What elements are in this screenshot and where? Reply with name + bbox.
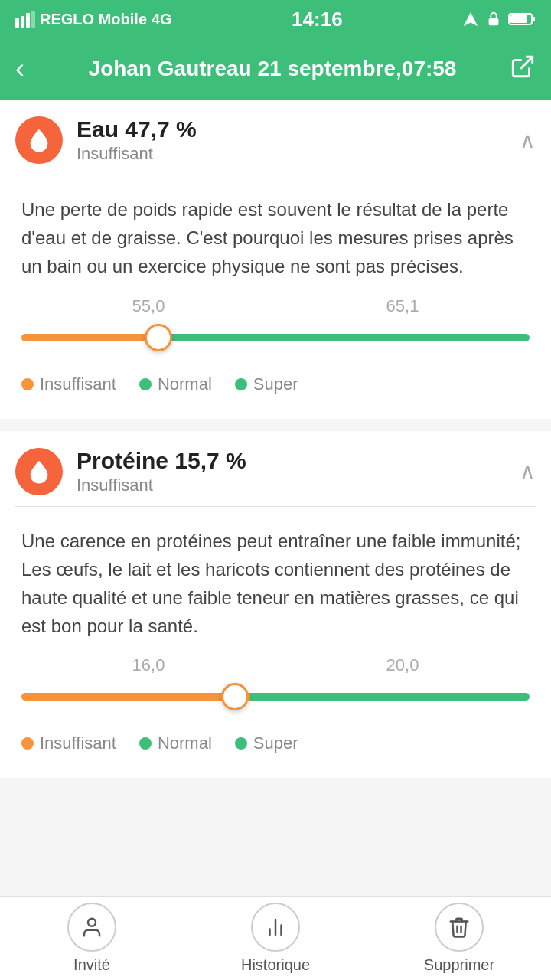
- eau-status: Insuffisant: [77, 144, 520, 164]
- nav-historique[interactable]: Historique: [184, 903, 367, 974]
- svg-rect-2: [26, 13, 30, 28]
- battery-icon: [508, 11, 536, 27]
- proteine-chevron[interactable]: ∧: [520, 459, 536, 484]
- proteine-info: Protéine 15,7 % Insuffisant: [77, 448, 520, 495]
- svg-rect-1: [21, 16, 24, 28]
- nav-invite[interactable]: Invité: [0, 903, 184, 974]
- super-dot: [235, 378, 247, 390]
- proteine-icon: [15, 448, 63, 495]
- status-time: 14:16: [292, 8, 343, 31]
- proteine-slider-track: [21, 693, 530, 701]
- eau-header: Eau 47,7 % Insuffisant ∧: [0, 100, 551, 175]
- svg-rect-7: [510, 15, 527, 23]
- proteine-super-dot: [235, 737, 247, 750]
- back-button[interactable]: ‹: [15, 53, 24, 85]
- eau-slider-track: [21, 334, 530, 341]
- status-bar: REGLO Mobile 4G 14:16: [0, 0, 551, 38]
- svg-rect-6: [532, 17, 535, 21]
- content-area: Eau 47,7 % Insuffisant ∧ Une perte de po…: [0, 100, 551, 896]
- proteine-slider-labels: 16,0 20,0: [21, 655, 530, 680]
- proteine-slider-section: 16,0 20,0 Insuffisant Normal: [0, 655, 551, 778]
- eau-title: Eau 47,7 %: [77, 116, 520, 142]
- proteine-legend-insuffisant: Insuffisant: [21, 733, 116, 753]
- header-title: Johan Gautreau 21 septembre,07:58: [35, 57, 510, 81]
- eau-slider-labels: 55,0 65,1: [21, 296, 530, 321]
- chart-icon: [264, 916, 287, 939]
- proteine-legend-super: Super: [235, 733, 298, 753]
- proteine-slider-track-container[interactable]: [21, 680, 530, 714]
- water-drop-icon: [26, 127, 52, 153]
- proteine-label2: 20,0: [386, 655, 419, 675]
- proteine-card: Protéine 15,7 % Insuffisant ∧ Une carenc…: [0, 431, 551, 779]
- eau-label1: 55,0: [132, 296, 165, 316]
- proteine-normal-label: Normal: [158, 733, 212, 753]
- trash-icon: [448, 916, 471, 939]
- eau-card: Eau 47,7 % Insuffisant ∧ Une perte de po…: [0, 100, 551, 419]
- bottom-spacer: [0, 790, 551, 882]
- person-icon: [80, 916, 103, 939]
- normal-dot: [139, 378, 152, 390]
- eau-legend-insuffisant: Insuffisant: [21, 374, 116, 394]
- insuffisant-label: Insuffisant: [40, 374, 116, 394]
- export-button[interactable]: [510, 54, 536, 85]
- proteine-title: Protéine 15,7 %: [77, 448, 520, 474]
- eau-legend-normal: Normal: [139, 374, 212, 394]
- location-icon: [462, 11, 479, 28]
- proteine-slider-thumb[interactable]: [221, 683, 249, 710]
- lock-icon: [485, 11, 502, 28]
- proteine-track-green: [250, 693, 530, 701]
- proteine-track-orange: [21, 693, 250, 701]
- eau-label2: 65,1: [386, 296, 419, 316]
- insuffisant-dot: [21, 378, 34, 390]
- protein-drop-icon: [26, 459, 52, 485]
- eau-info: Eau 47,7 % Insuffisant: [77, 116, 520, 164]
- svg-line-8: [520, 57, 533, 69]
- proteine-description: Une carence en protéines peut entraîner …: [0, 507, 551, 656]
- invite-icon-circle: [67, 903, 116, 952]
- eau-legend: Insuffisant Normal Super: [21, 367, 530, 411]
- proteine-insuffisant-label: Insuffisant: [40, 733, 116, 753]
- eau-chevron[interactable]: ∧: [520, 128, 536, 153]
- svg-rect-0: [15, 18, 19, 28]
- export-icon: [510, 54, 536, 80]
- svg-rect-3: [31, 11, 35, 28]
- historique-icon-circle: [251, 903, 300, 952]
- proteine-legend-normal: Normal: [139, 733, 212, 753]
- proteine-status: Insuffisant: [77, 475, 520, 495]
- status-carrier: REGLO Mobile 4G: [15, 11, 172, 28]
- eau-slider-track-container[interactable]: [21, 321, 530, 354]
- proteine-super-label: Super: [253, 733, 298, 753]
- supprimer-label: Supprimer: [424, 956, 494, 974]
- proteine-label1: 16,0: [132, 655, 165, 675]
- nav-supprimer[interactable]: Supprimer: [367, 903, 551, 974]
- invite-label: Invité: [73, 956, 110, 974]
- super-label: Super: [253, 374, 298, 394]
- supprimer-icon-circle: [435, 903, 484, 952]
- eau-track-green: [171, 334, 530, 341]
- eau-description: Une perte de poids rapide est souvent le…: [0, 175, 551, 296]
- proteine-normal-dot: [139, 737, 152, 750]
- status-icons: [462, 11, 536, 28]
- header: ‹ Johan Gautreau 21 septembre,07:58: [0, 38, 551, 100]
- normal-label: Normal: [158, 374, 212, 394]
- proteine-header: Protéine 15,7 % Insuffisant ∧: [0, 431, 551, 506]
- svg-rect-4: [489, 18, 499, 25]
- svg-point-9: [88, 919, 96, 926]
- bottom-nav: Invité Historique Supprimer: [0, 896, 551, 980]
- eau-slider-section: 55,0 65,1 Insuffisant Normal: [0, 296, 551, 419]
- eau-legend-super: Super: [235, 374, 298, 394]
- eau-icon: [15, 116, 63, 164]
- signal-icon: [15, 11, 35, 28]
- historique-label: Historique: [241, 956, 310, 974]
- proteine-insuffisant-dot: [21, 737, 34, 750]
- proteine-legend: Insuffisant Normal Super: [21, 726, 530, 770]
- eau-slider-thumb[interactable]: [145, 324, 172, 351]
